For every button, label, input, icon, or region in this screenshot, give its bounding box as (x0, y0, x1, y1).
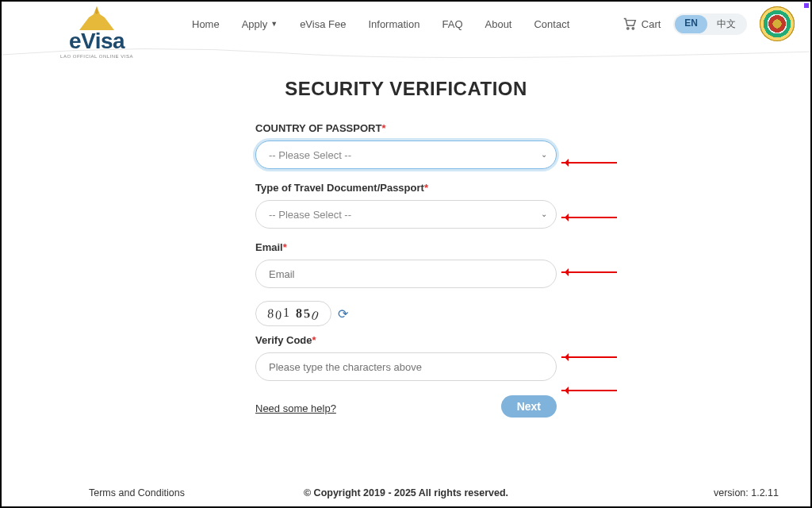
nav-faq[interactable]: FAQ (442, 18, 462, 30)
header-right: Cart EN 中文 (622, 6, 795, 41)
verification-form: COUNTRY OF PASSPORT* -- Please Select --… (255, 122, 557, 418)
form-footer: Need some help? Next (255, 395, 557, 418)
header: eVisa LAO OFFICIAL ONLINE VISA Home Appl… (2, 2, 810, 46)
annotation-arrow (561, 162, 617, 164)
captcha-row: 801 850 ⟳ (255, 301, 557, 326)
verify-code-label-text: Verify Code (255, 334, 312, 346)
logo-subtitle: LAO OFFICIAL ONLINE VISA (60, 54, 133, 59)
nav-contact[interactable]: Contact (534, 18, 569, 30)
next-button[interactable]: Next (501, 395, 557, 418)
annotation-arrow (561, 217, 617, 218)
country-select[interactable]: -- Please Select -- (255, 140, 557, 169)
captcha-image: 801 850 (255, 301, 331, 326)
annotation-arrow (561, 390, 617, 391)
site-logo[interactable]: eVisa LAO OFFICIAL ONLINE VISA (33, 6, 160, 59)
required-asterisk: * (283, 241, 287, 253)
doc-type-label: Type of Travel Document/Passport* (255, 182, 557, 194)
svg-point-1 (632, 28, 634, 29)
refresh-captcha-icon[interactable]: ⟳ (338, 306, 348, 321)
verify-code-input[interactable] (255, 352, 557, 381)
email-label: Email* (255, 241, 557, 253)
help-link[interactable]: Need some help? (255, 402, 336, 414)
logo-text: eVisa (69, 30, 124, 52)
doc-type-select[interactable]: -- Please Select -- (255, 200, 557, 229)
annotation-arrow (561, 356, 617, 358)
nav-home[interactable]: Home (192, 18, 220, 30)
nav-apply[interactable]: Apply ▼ (242, 18, 278, 30)
copyright-text: © Copyright 2019 - 2025 All rights reser… (304, 487, 508, 498)
lang-zh-button[interactable]: 中文 (707, 15, 745, 33)
page-title: SECURITY VERIFICATION (285, 78, 527, 100)
chevron-down-icon: ▼ (270, 20, 278, 28)
main-nav: Home Apply ▼ eVisa Fee Information FAQ A… (192, 18, 569, 30)
verify-code-label: Verify Code* (255, 334, 557, 346)
cart-icon (622, 17, 637, 30)
footer: Terms and Conditions © Copyright 2019 - … (2, 487, 810, 502)
nav-about[interactable]: About (485, 18, 512, 30)
annotation-arrow (561, 271, 617, 273)
cart-link[interactable]: Cart (622, 17, 661, 30)
doc-type-label-text: Type of Travel Document/Passport (255, 182, 424, 194)
language-toggle: EN 中文 (673, 13, 747, 35)
nav-apply-label: Apply (242, 18, 268, 30)
required-asterisk: * (424, 182, 428, 194)
main-content: SECURITY VERIFICATION COUNTRY OF PASSPOR… (2, 46, 810, 418)
email-label-text: Email (255, 241, 283, 253)
country-label-text: COUNTRY OF PASSPORT (255, 122, 381, 134)
lang-en-button[interactable]: EN (675, 15, 707, 33)
nav-evisa-fee[interactable]: eVisa Fee (300, 18, 346, 30)
svg-point-0 (626, 28, 628, 29)
nav-information[interactable]: Information (368, 18, 419, 30)
required-asterisk: * (312, 334, 316, 346)
email-input[interactable] (255, 260, 557, 288)
national-seal-icon (760, 6, 795, 41)
country-label: COUNTRY OF PASSPORT* (255, 122, 557, 134)
cart-label: Cart (642, 18, 661, 30)
required-asterisk: * (381, 122, 385, 134)
terms-link[interactable]: Terms and Conditions (89, 487, 185, 498)
version-text: version: 1.2.11 (714, 487, 779, 498)
